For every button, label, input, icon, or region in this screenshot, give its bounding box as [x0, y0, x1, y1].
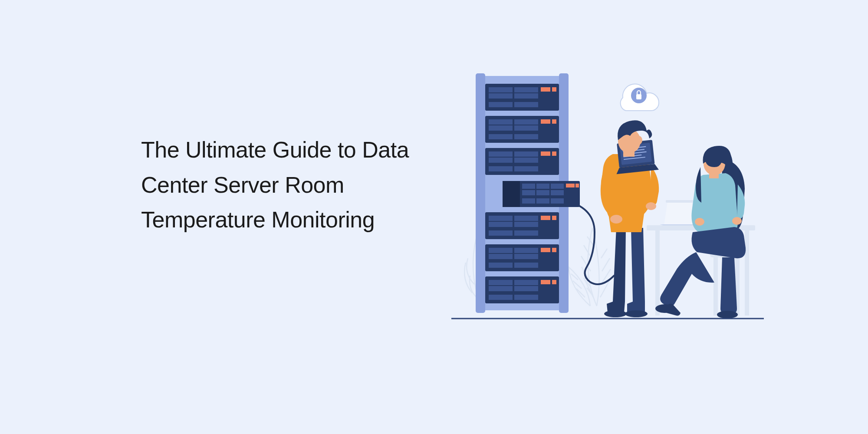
svg-rect-58: [514, 263, 538, 268]
svg-rect-62: [489, 280, 513, 285]
svg-point-97: [717, 311, 738, 319]
svg-rect-7: [514, 93, 538, 99]
svg-rect-36: [536, 190, 549, 195]
cloud-lock-icon: [621, 84, 659, 111]
svg-rect-56: [514, 254, 538, 259]
svg-rect-34: [551, 184, 564, 189]
sitting-woman: [655, 146, 746, 319]
svg-rect-27: [514, 166, 538, 171]
svg-point-74: [610, 215, 622, 224]
svg-rect-17: [489, 134, 513, 139]
server-unit: [485, 244, 559, 271]
svg-rect-10: [541, 87, 550, 92]
svg-rect-44: [489, 216, 513, 221]
svg-rect-39: [536, 198, 549, 204]
svg-rect-37: [551, 190, 564, 195]
svg-rect-23: [514, 151, 538, 157]
svg-rect-59: [541, 248, 550, 252]
svg-rect-26: [489, 166, 513, 171]
svg-rect-66: [489, 295, 513, 300]
svg-rect-31: [503, 181, 520, 207]
svg-rect-45: [514, 216, 538, 221]
svg-rect-53: [489, 248, 513, 253]
svg-rect-57: [489, 263, 513, 268]
svg-rect-18: [514, 134, 538, 139]
svg-rect-49: [514, 230, 538, 236]
server-unit: [485, 148, 559, 175]
svg-rect-47: [514, 222, 538, 227]
svg-rect-46: [489, 222, 513, 227]
svg-rect-50: [541, 216, 550, 220]
svg-rect-88: [745, 230, 749, 316]
svg-rect-35: [522, 190, 535, 195]
svg-rect-28: [541, 151, 550, 156]
svg-rect-68: [541, 280, 550, 284]
server-unit-extracted: [503, 181, 580, 207]
svg-rect-60: [552, 248, 556, 252]
svg-rect-99: [709, 172, 719, 178]
svg-point-73: [625, 310, 648, 317]
svg-rect-85: [623, 151, 635, 157]
svg-rect-15: [489, 125, 513, 131]
data-center-illustration: [451, 72, 764, 349]
svg-rect-89: [666, 200, 694, 203]
svg-rect-9: [514, 102, 538, 107]
svg-rect-33: [536, 184, 549, 189]
svg-rect-13: [489, 119, 513, 125]
svg-point-72: [604, 310, 627, 317]
svg-rect-64: [489, 286, 513, 291]
svg-rect-87: [655, 230, 660, 316]
svg-rect-63: [514, 280, 538, 285]
svg-rect-8: [489, 102, 513, 107]
svg-rect-24: [489, 158, 513, 163]
svg-rect-11: [552, 87, 556, 92]
page-title: The Ultimate Guide to Data Center Server…: [141, 132, 427, 237]
svg-rect-92: [713, 257, 718, 316]
svg-rect-55: [489, 254, 513, 259]
svg-rect-65: [514, 286, 538, 291]
svg-point-75: [646, 202, 656, 210]
svg-point-94: [695, 218, 704, 226]
svg-rect-51: [552, 216, 556, 220]
svg-rect-20: [552, 119, 556, 124]
svg-rect-48: [489, 230, 513, 236]
svg-point-95: [732, 217, 742, 225]
svg-rect-19: [541, 119, 550, 124]
svg-rect-71: [636, 94, 641, 99]
svg-point-84: [635, 136, 642, 145]
svg-rect-4: [489, 87, 513, 92]
svg-rect-14: [514, 119, 538, 125]
svg-rect-5: [514, 87, 538, 92]
svg-rect-38: [522, 198, 535, 204]
server-rack: [476, 73, 580, 313]
svg-rect-69: [552, 280, 556, 284]
svg-rect-42: [575, 184, 579, 187]
svg-rect-32: [522, 184, 535, 189]
server-unit: [485, 116, 559, 143]
svg-rect-22: [489, 151, 513, 157]
svg-rect-29: [552, 151, 556, 156]
server-unit: [485, 84, 559, 111]
svg-rect-6: [489, 93, 513, 99]
svg-rect-25: [514, 158, 538, 163]
svg-rect-40: [551, 198, 564, 204]
server-unit: [485, 276, 559, 303]
svg-rect-54: [514, 248, 538, 253]
svg-rect-16: [514, 125, 538, 131]
standing-man: [601, 120, 659, 317]
server-unit: [485, 212, 559, 239]
svg-rect-1: [476, 73, 485, 313]
svg-rect-67: [514, 295, 538, 300]
svg-rect-41: [566, 184, 575, 187]
